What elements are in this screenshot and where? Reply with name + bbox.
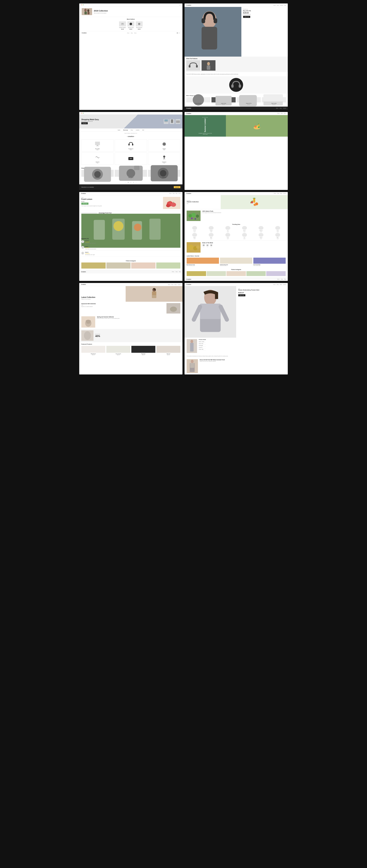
featured-products-grid: White Blouse $45.00 Grey Trousers $65.00… <box>81 346 180 355</box>
countdown-hours: 05 hrs <box>202 244 205 247</box>
footer-link[interactable]: Home <box>277 279 279 280</box>
nav-link-products[interactable]: Products <box>280 5 283 6</box>
footer-link[interactable]: Shop <box>281 279 283 280</box>
nav-link[interactable]: Shop <box>171 284 173 285</box>
nav-link[interactable]: Blog <box>280 193 282 194</box>
footer-link[interactable]: Shop <box>280 107 282 109</box>
trend-price: $2.99 <box>194 231 196 232</box>
footer-link[interactable]: About <box>276 107 278 109</box>
trend-item: Oranges $3.49 <box>203 226 219 232</box>
svg-rect-77 <box>253 198 255 203</box>
fashion-hero-text: Latest Collection Explore the new season <box>79 286 125 302</box>
footer-link[interactable]: Home <box>127 32 129 33</box>
nav-link-blog[interactable]: Blog <box>284 5 286 6</box>
footer-links: Home Shop Blog <box>277 279 286 280</box>
product-name: Portable Speaker <box>119 27 126 28</box>
svg-point-105 <box>191 340 193 343</box>
card1-footer: Creation Home Shop About <box>79 31 182 35</box>
nav-link[interactable]: Home <box>277 113 280 114</box>
page-button-2[interactable]: 2 <box>130 182 132 183</box>
footer-link[interactable]: Contact <box>283 107 286 109</box>
nav-link-shop[interactable]: Shop <box>277 5 279 6</box>
footer-link[interactable]: Shop <box>175 271 177 272</box>
nature-fruits-section: 100% Nature Fruits Fresh organic fruits … <box>185 209 288 222</box>
nav-links: Home Shop About <box>277 113 286 114</box>
svg-rect-35 <box>96 146 99 146</box>
footer-link[interactable]: Blog <box>284 279 286 280</box>
newsletter-subscribe-button[interactable]: Subscribe <box>174 186 180 188</box>
page-button-1[interactable]: 1 <box>127 182 129 183</box>
nav-link[interactable]: Home <box>274 193 276 194</box>
add-to-cart-button[interactable]: Add to Cart <box>243 16 250 18</box>
svg-point-2 <box>87 9 89 12</box>
product-hero-info: Headphones Buy Alto PK $149.00 inclusive… <box>242 7 288 57</box>
product-price: $89.00 <box>142 354 145 355</box>
prev-page-button[interactable]: ‹ <box>125 182 126 183</box>
journal-image <box>220 258 252 264</box>
nav-link[interactable]: Shop <box>277 193 279 194</box>
nav-link[interactable]: Contact <box>283 284 286 285</box>
nav-link[interactable]: About <box>284 113 286 114</box>
svg-point-87 <box>188 245 194 250</box>
nav-link[interactable]: Blog <box>176 193 177 194</box>
nav-link[interactable]: Home <box>273 284 276 285</box>
svg-point-95 <box>170 307 177 312</box>
add-to-cart-button[interactable]: Add to Cart <box>238 294 245 296</box>
fashion-hero: Latest Collection Explore the new season <box>79 286 182 302</box>
nav-link[interactable]: Shop <box>173 193 175 194</box>
more-product-image <box>186 97 210 102</box>
product-price: $34.00 <box>121 29 124 30</box>
svg-rect-37 <box>132 144 133 146</box>
nav-link-home[interactable]: Home <box>273 5 276 6</box>
svg-rect-6 <box>121 23 123 24</box>
page-button-3[interactable]: 3 <box>133 182 135 183</box>
product-price: $65.00 <box>117 354 119 355</box>
detail-info: Product Detail Fabric: Cotton Color: Gre… <box>199 339 206 353</box>
nav-link[interactable]: Shop <box>281 113 283 114</box>
footer-link[interactable]: Blog <box>179 271 181 272</box>
svg-point-59 <box>166 204 170 207</box>
svg-rect-55 <box>258 124 259 127</box>
instagram-photo <box>207 271 226 276</box>
related-products-section: Dress All Old Font NE Parka Cerendo Fres… <box>185 358 288 374</box>
product-image <box>83 141 112 148</box>
related-product-text: Dress All Old Font NE Parka Cerendo Fres… <box>200 359 225 373</box>
svg-point-10 <box>139 24 140 25</box>
nav-link[interactable]: About <box>174 284 177 285</box>
trend-item: Lime $1.99 <box>220 226 236 232</box>
trending-title: Trending Now <box>187 224 286 225</box>
latest-collection-title: Latest Collection <box>81 296 123 298</box>
creation-label: ···creation··· <box>79 135 182 138</box>
product-item: Speaker Stand $22.00 <box>128 21 134 30</box>
nav-link[interactable]: About <box>280 284 282 285</box>
nav-link[interactable]: Home <box>168 284 170 285</box>
trend-name: Lime <box>227 230 229 231</box>
svg-rect-93 <box>152 291 156 295</box>
svg-rect-14 <box>202 18 205 23</box>
add-to-cart-button[interactable]: Add to Cart <box>81 203 88 205</box>
camera-item: Mini Camera $199 <box>115 170 147 179</box>
instagram-photo <box>131 262 156 269</box>
product-hero-image <box>163 197 180 209</box>
product-image <box>157 346 180 353</box>
review-stars: ★★★★☆ <box>85 247 96 248</box>
footer-link[interactable]: Home <box>172 271 174 272</box>
footer-link[interactable]: Shop <box>131 32 133 33</box>
editorial-image <box>81 316 95 328</box>
product-price: $999 <box>96 149 98 150</box>
brand-name-creation: creation <box>136 129 139 130</box>
nav-link[interactable]: About <box>178 193 181 194</box>
product-card: Speaker $89 <box>148 140 180 152</box>
next-page-button[interactable]: › <box>135 182 137 183</box>
shop-now-button[interactable]: Shop Now <box>81 122 88 124</box>
nav-link[interactable]: Home <box>169 193 171 194</box>
journal-item: Healthy Eating Tips Expert nutrition adv… <box>220 258 252 266</box>
products-row: Portable Speaker $34.00 Speaker Stand $2… <box>82 21 180 30</box>
svg-rect-32 <box>176 121 180 123</box>
svg-point-79 <box>254 204 256 206</box>
nav-logo: Creation <box>186 193 191 194</box>
footer-link[interactable]: About <box>134 32 136 33</box>
nav-link[interactable]: Shop <box>277 284 279 285</box>
nav-link[interactable]: Contact <box>283 193 286 194</box>
nav-link[interactable]: Contact <box>178 284 181 285</box>
